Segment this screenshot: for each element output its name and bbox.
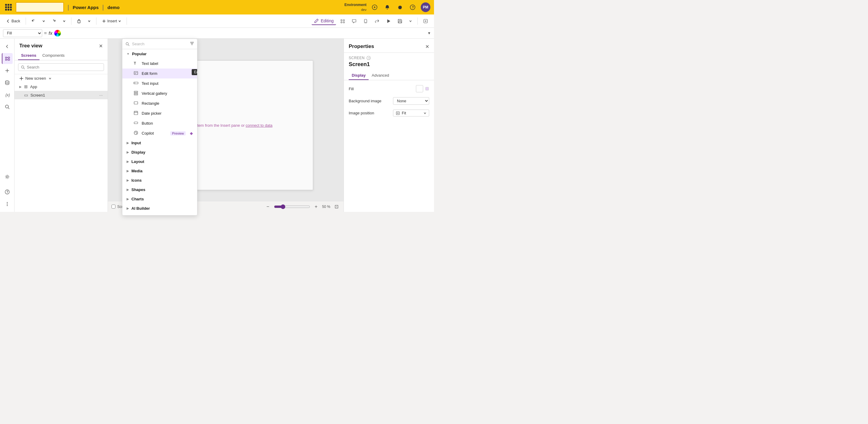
property-selector[interactable]: Fill xyxy=(3,29,42,37)
sidebar-data-icon[interactable] xyxy=(2,77,13,88)
sidebar-more-icon[interactable] xyxy=(2,199,13,209)
media-section-header[interactable]: ▶ Media xyxy=(122,166,197,176)
tree-item-screen1[interactable]: ▶ ▭ Screen1 ··· xyxy=(14,91,107,99)
save-button[interactable] xyxy=(395,18,405,25)
redo-chevron[interactable] xyxy=(60,19,68,24)
new-screen-label: New screen xyxy=(25,76,46,81)
insert-item-rectangle[interactable]: Rectangle xyxy=(122,98,197,108)
editing-button[interactable]: Editing xyxy=(312,17,336,25)
tab-phone[interactable] xyxy=(361,18,370,25)
tree-panel: Tree view ✕ Screens Components New scree… xyxy=(14,39,108,212)
tree-search-box[interactable] xyxy=(18,63,104,71)
tree-search-input[interactable] xyxy=(27,65,101,69)
ai-builder-section-header[interactable]: ▶ AI Builder xyxy=(122,204,197,212)
zoom-percent-label: 50 % xyxy=(322,205,330,209)
redo-button[interactable] xyxy=(50,18,59,24)
insert-item-date-picker[interactable]: Date picker xyxy=(122,108,197,118)
canvas-connect-link[interactable]: connect to data xyxy=(246,123,273,128)
back-button[interactable]: Back xyxy=(4,18,23,24)
icons-section-label: Icons xyxy=(131,178,142,182)
media-chevron-icon: ▶ xyxy=(127,169,129,173)
insert-item-vertical-gallery[interactable]: Vertical gallery xyxy=(122,88,197,98)
svg-rect-42 xyxy=(134,102,138,104)
svg-rect-51 xyxy=(426,87,429,90)
vertical-gallery-icon xyxy=(133,90,138,96)
toolbar2-right: Editing xyxy=(312,17,430,25)
insert-item-copilot[interactable]: Copilot Preview ◆ xyxy=(122,128,197,138)
svg-marker-10 xyxy=(387,19,390,23)
layout-section-header[interactable]: ▶ Layout xyxy=(122,157,197,166)
sidebar-variables-icon[interactable]: {x} xyxy=(2,89,13,100)
tree-item-app[interactable]: ▶ ⊞ App xyxy=(14,82,107,91)
copilot-gem-icon[interactable]: ◆ xyxy=(190,131,193,136)
icons-section-header[interactable]: ▶ Icons xyxy=(122,176,197,185)
sidebar-treeview-icon[interactable] xyxy=(2,53,13,64)
sidebar-back-icon[interactable] xyxy=(2,41,13,52)
new-screen-button[interactable]: New screen xyxy=(14,74,107,82)
input-section-header[interactable]: ▶ Input xyxy=(122,138,197,147)
insert-search-icon xyxy=(125,42,130,46)
insert-button[interactable]: Insert xyxy=(99,18,124,24)
play-button[interactable] xyxy=(384,18,393,25)
bg-image-select[interactable]: None xyxy=(393,97,429,105)
screen1-more-button[interactable]: ··· xyxy=(99,93,103,97)
waffle-button[interactable] xyxy=(4,2,13,12)
insert-filter-button[interactable] xyxy=(190,41,194,47)
publish-button[interactable] xyxy=(421,18,430,25)
screen-checkbox[interactable] xyxy=(112,205,116,208)
properties-close-button[interactable]: ✕ xyxy=(425,44,429,50)
svg-rect-47 xyxy=(134,122,138,124)
svg-rect-18 xyxy=(8,59,10,60)
formula-chevron-icon[interactable]: ▼ xyxy=(427,31,431,35)
tree-item-app-label: App xyxy=(30,85,37,89)
charts-section-label: Charts xyxy=(131,197,144,201)
paste-button[interactable] xyxy=(74,18,84,24)
formula-input[interactable] xyxy=(63,31,426,35)
settings-icon-button[interactable] xyxy=(396,3,404,12)
props-tab-display[interactable]: Display xyxy=(349,71,369,80)
shapes-section-header[interactable]: ▶ Shapes xyxy=(122,185,197,194)
phone-icon xyxy=(363,19,368,24)
fill-color-swatch[interactable] xyxy=(416,85,423,92)
img-position-select[interactable]: Fit xyxy=(393,110,429,116)
sidebar-search-icon[interactable] xyxy=(2,102,13,112)
bell-icon-button[interactable] xyxy=(383,3,392,12)
charts-section-header[interactable]: ▶ Charts xyxy=(122,194,197,204)
save-chevron-icon xyxy=(409,20,412,23)
sidebar-settings-icon[interactable] xyxy=(2,171,13,182)
zoom-in-button[interactable]: + xyxy=(313,203,320,210)
app-name-input[interactable] xyxy=(16,2,64,12)
color-picker-swatch[interactable] xyxy=(54,30,61,36)
copilot-icon-button[interactable] xyxy=(370,3,379,12)
save-chevron[interactable] xyxy=(407,19,414,24)
props-tab-advanced[interactable]: Advanced xyxy=(369,71,392,80)
props-screen-name: Screen1 xyxy=(344,61,434,71)
undo-button[interactable] xyxy=(29,18,38,24)
sidebar-help-icon[interactable]: ? xyxy=(2,187,13,197)
tree-tab-components[interactable]: Components xyxy=(39,51,68,60)
sidebar-insert-icon[interactable] xyxy=(2,65,13,76)
insert-search-input[interactable] xyxy=(132,41,187,46)
copilot-preview-badge: Preview xyxy=(170,131,186,136)
fill-swatch-icon[interactable] xyxy=(425,87,429,91)
insert-item-button[interactable]: Button xyxy=(122,118,197,128)
zoom-out-button[interactable]: − xyxy=(264,203,272,210)
zoom-slider[interactable] xyxy=(274,204,310,209)
paste-chevron[interactable] xyxy=(85,19,93,24)
tree-items: ▶ ⊞ App ▶ ▭ Screen1 ··· xyxy=(14,82,107,212)
insert-item-edit-form[interactable]: Edit form Edit form xyxy=(122,68,197,79)
insert-item-text-label[interactable]: T Text label xyxy=(122,59,197,68)
tree-tab-screens[interactable]: Screens xyxy=(18,51,39,60)
tab-tree-view[interactable] xyxy=(338,18,347,25)
display-section-header[interactable]: ▶ Display xyxy=(122,147,197,157)
tab-comments[interactable] xyxy=(349,18,359,25)
zoom-fit-button[interactable]: ⊡ xyxy=(333,203,340,210)
popular-section-header[interactable]: ▼ Popular xyxy=(122,49,197,59)
tree-close-button[interactable]: ✕ xyxy=(99,43,103,49)
user-avatar[interactable]: PM xyxy=(421,2,430,12)
tab-share[interactable] xyxy=(372,18,382,25)
icons-chevron-icon: ▶ xyxy=(127,179,129,182)
insert-item-text-input[interactable]: Text input xyxy=(122,79,197,88)
help-icon-button[interactable]: ? xyxy=(408,3,417,12)
undo-chevron[interactable] xyxy=(40,19,48,24)
